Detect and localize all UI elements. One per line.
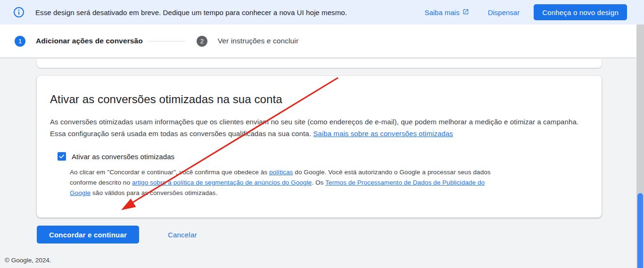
checkbox-label: Ativar as conversões otimizadas bbox=[72, 153, 174, 161]
legal-part-3: . Os bbox=[312, 179, 325, 186]
enhanced-conversions-card: Ativar as conversões otimizadas na sua c… bbox=[37, 76, 602, 218]
new-design-button[interactable]: Conheça o novo design bbox=[534, 4, 627, 20]
previous-card-partial bbox=[37, 59, 602, 68]
actions-row: Concordar e continuar Cancelar bbox=[37, 226, 197, 244]
learn-more-enhanced-conversions-link[interactable]: Saiba mais sobre as conversões otimizada… bbox=[313, 130, 453, 138]
step-1-circle: 1 bbox=[15, 36, 25, 47]
card-description: As conversões otimizadas usam informaçõe… bbox=[50, 116, 588, 139]
scrollbar-thumb[interactable] bbox=[637, 193, 643, 268]
dismiss-link[interactable]: Dispensar bbox=[488, 8, 520, 16]
step-2-circle: 2 bbox=[197, 36, 207, 47]
learn-more-label: Saiba mais bbox=[424, 8, 459, 16]
step-2-label: Ver instruções e concluir bbox=[218, 37, 298, 45]
step-1-label: Adicionar ações de conversão bbox=[36, 37, 143, 45]
agree-continue-button[interactable]: Concordar e continuar bbox=[37, 226, 139, 244]
legal-text: Ao clicar em "Concordar e continuar", vo… bbox=[70, 167, 498, 198]
step-1: 1 Adicionar ações de conversão bbox=[15, 36, 143, 47]
info-icon bbox=[13, 7, 25, 18]
open-in-new-icon bbox=[462, 8, 469, 16]
cancel-button[interactable]: Cancelar bbox=[168, 231, 197, 239]
policies-link[interactable]: políticas bbox=[269, 169, 293, 176]
step-connector bbox=[148, 41, 185, 41]
stepper-bar: 1 Adicionar ações de conversão 2 Ver ins… bbox=[0, 24, 636, 57]
learn-more-link[interactable]: Saiba mais bbox=[424, 8, 469, 16]
legal-part-4: são válidos para as conversões otimizada… bbox=[91, 189, 217, 196]
content-area: Ativar as conversões otimizadas na sua c… bbox=[0, 57, 636, 268]
step-2: 2 Ver instruções e concluir bbox=[197, 36, 298, 47]
card-title: Ativar as conversões otimizadas na sua c… bbox=[50, 93, 588, 106]
enable-enhanced-conversions-row: Ativar as conversões otimizadas bbox=[58, 152, 588, 161]
enable-enhanced-conversions-checkbox[interactable] bbox=[58, 152, 66, 161]
banner-message: Esse design será desativado em breve. De… bbox=[35, 8, 424, 16]
ads-personalization-policy-link[interactable]: artigo sobre a política de segmentação d… bbox=[132, 179, 312, 186]
scrollbar-track[interactable] bbox=[636, 24, 644, 268]
copyright-text: © Google, 2024. bbox=[5, 257, 51, 264]
notification-banner: Esse design será desativado em breve. De… bbox=[0, 0, 644, 24]
legal-part-1: Ao clicar em "Concordar e continuar", vo… bbox=[70, 169, 269, 176]
checkmark-icon bbox=[58, 153, 65, 160]
